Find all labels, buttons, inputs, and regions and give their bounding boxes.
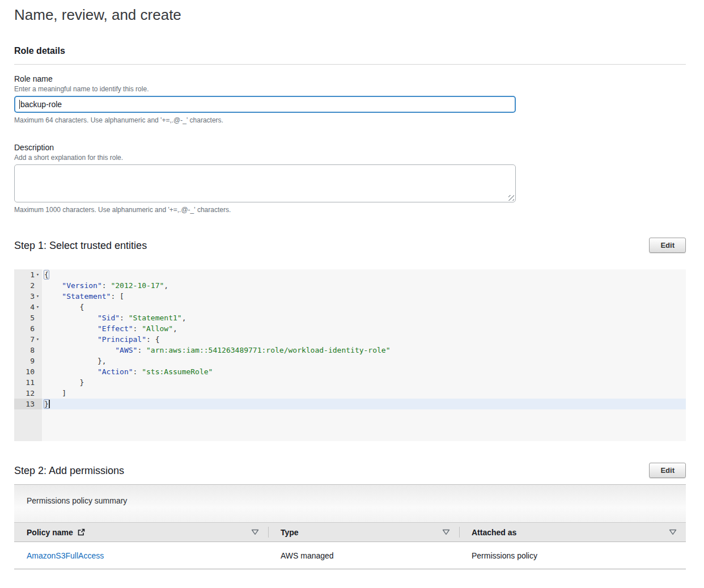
permissions-table-body: AmazonS3FullAccessAWS managedPermissions… [14,542,686,569]
line-number: 2 [30,280,35,291]
fold-toggle-icon[interactable]: ▾ [35,302,41,312]
description-constraint: Maximum 1000 characters. Use alphanumeri… [14,206,686,214]
code-line[interactable]: }, [42,356,686,366]
column-header: Policy name [14,523,268,542]
description-label: Description [14,143,686,153]
fold-toggle-icon[interactable]: ▾ [35,291,41,302]
role-name-label: Role name [14,74,686,84]
code-line[interactable]: } [42,377,686,388]
step1-header: Step 1: Select trusted entities Edit [14,238,686,253]
step2-edit-button[interactable]: Edit [649,463,686,478]
policy-type-cell: AWS managed [268,542,459,569]
line-number: 13 [26,399,35,409]
line-number: 4 [30,302,35,312]
code-line[interactable]: } [42,399,686,409]
column-label: Policy name [27,528,73,537]
line-number: 3 [30,291,35,302]
role-name-hint: Enter a meaningful name to identify this… [14,85,686,93]
permissions-table-header: Policy nameTypeAttached as [14,523,686,542]
permissions-panel-title: Permissions policy summary [14,485,686,523]
column-header: Attached as [459,523,686,542]
filter-dropdown-icon[interactable] [251,529,259,535]
policy-name-link[interactable]: AmazonS3FullAccess [27,551,104,560]
description-field: Description Add a short explanation for … [14,143,686,214]
editor-code-area[interactable]: { "Version": "2012-10-17", "Statement": … [42,269,686,441]
code-line[interactable]: "Statement": [ [42,291,686,302]
line-number: 6 [30,323,35,334]
step2-header: Step 2: Add permissions Edit [14,463,686,478]
page-content: Name, review, and create Role details Ro… [0,6,704,569]
role-details-heading: Role details [14,45,686,56]
role-name-input[interactable] [14,96,516,113]
role-name-field: Role name Enter a meaningful name to ide… [14,74,686,124]
resize-handle[interactable] [508,195,514,201]
step2-title: Step 2: Add permissions [14,464,124,477]
filter-dropdown-icon[interactable] [442,529,450,535]
code-line[interactable]: "Principal": { [42,334,686,345]
code-line[interactable]: "Action": "sts:AssumeRole" [42,366,686,377]
trust-policy-editor[interactable]: 1▾2▾3▾4▾5▾6▾7▾8▾9▾10▾11▾12▾13▾ { "Versio… [14,269,686,441]
code-line[interactable]: { [42,302,686,312]
line-number: 10 [26,366,35,377]
column-label: Type [281,528,299,537]
filter-dropdown-icon[interactable] [669,529,677,535]
line-number: 1 [30,269,35,280]
fold-toggle-icon[interactable]: ▾ [35,334,41,345]
permissions-panel: Permissions policy summary Policy nameTy… [14,484,686,569]
line-number: 11 [26,377,35,388]
step1-title: Step 1: Select trusted entities [14,239,147,252]
attached-as-cell: Permissions policy [459,542,686,569]
editor-gutter: 1▾2▾3▾4▾5▾6▾7▾8▾9▾10▾11▾12▾13▾ [14,269,42,441]
code-line[interactable]: "Effect": "Allow", [42,323,686,334]
fold-toggle-icon[interactable]: ▾ [35,269,41,280]
code-line[interactable]: ] [42,388,686,399]
line-number: 12 [26,388,35,399]
code-line[interactable]: { [42,269,686,280]
line-number: 8 [30,345,35,356]
text-caret [19,100,20,109]
table-row: AmazonS3FullAccessAWS managedPermissions… [14,542,686,569]
external-link-icon[interactable] [77,528,86,536]
description-hint: Add a short explanation for this role. [14,154,686,162]
section-divider [14,64,686,65]
code-line[interactable]: "AWS": "arn:aws:iam::541263489771:role/w… [42,345,686,356]
line-number: 7 [30,334,35,345]
line-number: 9 [30,356,35,366]
column-label: Attached as [472,528,516,537]
step1-edit-button[interactable]: Edit [649,238,686,253]
line-number: 5 [30,312,35,323]
description-textarea[interactable] [14,164,516,202]
editor-caret [49,400,50,408]
page-title: Name, review, and create [14,6,686,24]
code-line[interactable]: "Sid": "Statement1", [42,312,686,323]
code-line[interactable]: "Version": "2012-10-17", [42,280,686,291]
role-name-constraint: Maximum 64 characters. Use alphanumeric … [14,116,686,124]
column-header: Type [268,523,459,542]
